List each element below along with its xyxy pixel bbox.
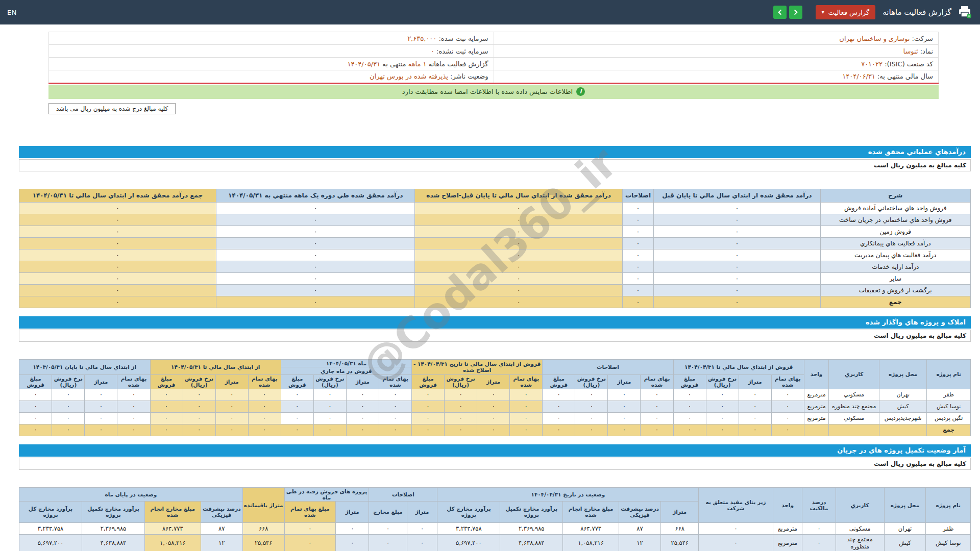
column-header: بهاي تمام شده [771,374,804,389]
row-label: فروش واحد هاي ساختماني آماده فروش [820,202,971,214]
company-label: شرکت: [912,35,933,42]
value-cell: ۰ [654,261,820,272]
column-header: برآورد مخارج کل پروژه [437,501,500,522]
column-header: نرخ فروش (ریال) [575,374,608,389]
prev-report-button[interactable] [773,6,787,19]
column-header: مبلغ فروش [281,374,313,389]
value-cell: ۰ [706,424,739,436]
value-cell: ۳,۲۳۴,۷۵۸ [437,522,500,534]
value-cell: ۵,۶۹۷,۲۰۰ [437,534,500,551]
table-body: ظفرتهرانمسکونيمترمربع۰۰۰۰۰۰۰۰۰۰۰۰۰۰۰۰۰۰۰… [19,389,971,436]
value-cell: ۰ [215,412,248,424]
printer-plus-icon [958,6,972,19]
value-cell: ۳,۲۳۴,۷۵۸ [19,522,82,534]
column-header: درآمد محقق شده طي دوره یک ماهه منتهي به … [216,189,415,202]
value-cell: ۰ [654,237,820,249]
value-cell: ۰ [771,424,804,436]
value-cell: ۰ [477,412,510,424]
value-cell: ۰ [412,412,445,424]
column-header: مبلغ فروش [543,374,575,389]
value-cell: ۱,۰۵۸,۳۱۶ [144,534,201,551]
unreg-capital-label: سرمایه ثبت نشده: [436,47,488,55]
next-report-button[interactable] [789,6,802,19]
value-cell: ۰ [543,400,575,412]
value-cell: ۰ [248,412,281,424]
table-body: ظفرتهرانمسکوني۰مترمربع۰۶۶۸۸۷۸۶۴,۷۷۳۲,۳۶۹… [19,522,971,551]
table-row: درآمد فعالیت هاي پیمان مدیریت۰۰۰۰۰ [19,249,971,261]
value-cell: ۰ [415,226,622,237]
column-header: واحد [804,359,828,389]
column-header: مبلغ بهای تمام شده [284,501,336,522]
value-cell: ۰ [673,389,706,400]
report-type-dropdown[interactable]: گزارش فعالیت ▾ [816,5,875,19]
table-row: نوسا کیشکیشمجتمع چند منظورهمترمربع۰۰۰۰۰۰… [19,400,971,412]
column-header: برآورد مخارج تکمیل پروژه [82,501,145,522]
project-location-cell: کیش [884,534,926,551]
print-report-button[interactable] [957,5,973,20]
value-cell: ۰ [379,424,411,436]
value-cell: ۰ [622,237,654,249]
row-label: جمع [820,296,971,308]
column-header: متراژ [85,374,117,389]
value-cell: ۰ [415,296,622,308]
value-cell: ۰ [510,389,543,400]
value-cell: ۰ [415,202,622,214]
value-cell: ۰ [543,412,575,424]
value-cell: ۰ [407,522,437,534]
value-cell: ۰ [216,296,415,308]
column-header: مبلغ فروش [150,374,183,389]
page-root: { "theme": { "topbar_bg": "#2e4053", "ac… [0,0,980,551]
project-usage-cell: مسکوني [829,412,879,424]
project-usage-cell: مجتمع چند منظوره [836,534,884,551]
project-location-cell [879,424,927,436]
value-cell: ۰ [415,284,622,296]
page-title: گزارش فعالیت ماهانه [883,8,951,17]
value-cell: ۰ [543,389,575,400]
company-link[interactable]: نوسازی و ساختمان تهران [839,35,910,42]
value-cell: ۰ [150,400,183,412]
project-location-cell: شهرجدیدپردیس [879,412,927,424]
value-cell: ۰ [415,214,622,226]
value-cell: ۰ [445,424,477,436]
column-header: بهاي تمام شده [117,374,150,389]
column-header: مبلغ مخارج انجام شده [563,501,619,522]
symbol-link[interactable]: ثنوسا [903,47,918,55]
language-toggle[interactable]: EN [7,9,17,16]
chevron-left-icon [776,9,783,16]
value-cell: ۰ [313,400,346,412]
value-cell: ۰ [622,226,654,237]
value-cell: ۰ [216,226,415,237]
value-cell: ۰ [284,534,336,551]
value-cell: ۰ [248,400,281,412]
isic-cell: کد صنعت (ISIC): ۷۰۱۰۲۲ [494,58,939,70]
value-cell: ۰ [654,249,820,261]
column-header: نام پروژه [927,359,971,389]
value-cell: ۰ [415,249,622,261]
project-name-cell: نگین پردیس [927,412,971,424]
table-head: نام پروژهمحل پروژهکاربريدرصد مالکیتواحدز… [19,487,971,522]
column-header: نرخ فروش (ریال) [313,374,346,389]
value-cell: ۰ [336,522,369,534]
value-cell: ۸۷ [619,522,661,534]
amounts-note-text: کلیه مبالغ به میلیون ریال است [874,162,966,169]
project-unit-cell: مترمربع [773,522,802,534]
column-header: بهاي تمام شده [379,374,411,389]
value-cell: ۰ [19,284,216,296]
value-cell: ۰ [313,412,346,424]
table-row: فروش واحد هاي ساختماني در جریان ساخت۰۰۰۰… [19,214,971,226]
value-cell: ۰ [216,272,415,284]
reg-capital-value: ۲,۶۳۵,۰۰۰ [407,35,436,42]
value-cell: ۰ [739,400,771,412]
report-period-cell: گزارش فعالیت ماهانه ۱ ماهه منتهی به ۱۴۰۴… [49,58,494,70]
section-transferred-projects: املاک و پروژه هاي واگذار شده کلیه مبالغ … [19,316,971,436]
value-cell: ۰ [622,202,654,214]
value-cell: ۰ [415,261,622,272]
symbol-label: نماد: [920,47,933,55]
project-usage-cell: مسکوني [836,522,884,534]
column-header: زیر بنای مفید متعلق به شرکت [699,487,773,522]
report-end-date: ۱۴۰۴/۰۵/۳۱ [347,60,380,68]
value-cell: ۰ [150,412,183,424]
project-name-cell: ظفر [926,522,971,534]
value-cell: ۰ [575,424,608,436]
project-location-cell: کیش [879,400,927,412]
